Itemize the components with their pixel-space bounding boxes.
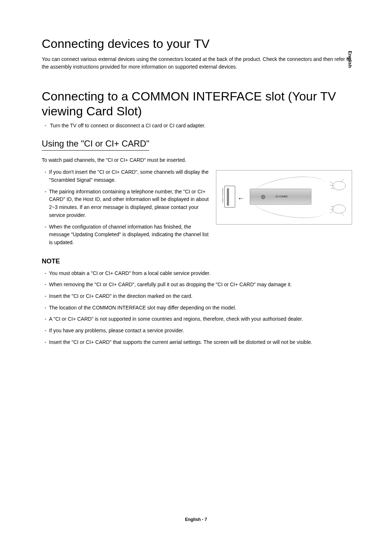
subheading-ci-card: Using the "CI or CI+ CARD" <box>42 139 149 151</box>
list-item: You must obtain a "CI or CI+ CARD" from … <box>42 270 352 278</box>
slot-label: COMMON INTERFACE <box>222 188 224 203</box>
list-item: The location of the COMMON INTERFACE slo… <box>42 304 352 312</box>
arrow-icon: ← <box>237 194 245 202</box>
note-heading: NOTE <box>42 258 352 265</box>
list-item: If you don't insert the "CI or CI+ CARD"… <box>42 168 209 184</box>
hand-top-icon <box>326 175 346 191</box>
list-item: Insert the "CI or CI+ CARD" in the direc… <box>42 292 352 300</box>
language-tab: English <box>347 51 353 68</box>
list-item: When the configuration of channel inform… <box>42 223 209 247</box>
ci-card-illustration: COMMON INTERFACE ← CI CARD <box>216 170 352 225</box>
intro-paragraph: You can connect various external devices… <box>42 56 352 71</box>
turn-off-note: Turn the TV off to connect or disconnect… <box>45 123 352 128</box>
hand-bottom-icon <box>326 204 346 220</box>
watch-paid-text: To watch paid channels, the "CI or CI+ C… <box>42 156 352 164</box>
list-item: The pairing information containing a tel… <box>42 188 209 219</box>
svg-point-1 <box>332 205 346 213</box>
slot-icon <box>224 186 235 208</box>
list-item: Insert the "CI or CI+ CARD" that support… <box>42 338 352 346</box>
list-item: When removing the "CI or CI+ CARD", care… <box>42 281 352 289</box>
list-item: If you have any problems, please contact… <box>42 327 352 335</box>
card-icon: CI CARD <box>250 189 311 205</box>
usage-list: If you don't insert the "CI or CI+ CARD"… <box>42 168 209 246</box>
card-label: CI CARD <box>275 195 287 198</box>
page-footer: English - 7 <box>0 517 392 522</box>
heading-common-interface: Connecting to a COMMON INTERFACE slot (Y… <box>42 89 352 119</box>
heading-connecting-devices: Connecting devices to your TV <box>42 36 352 51</box>
list-item: A "CI or CI+ CARD" is not supported in s… <box>42 315 352 323</box>
note-list: You must obtain a "CI or CI+ CARD" from … <box>42 270 352 346</box>
svg-point-0 <box>332 181 346 190</box>
